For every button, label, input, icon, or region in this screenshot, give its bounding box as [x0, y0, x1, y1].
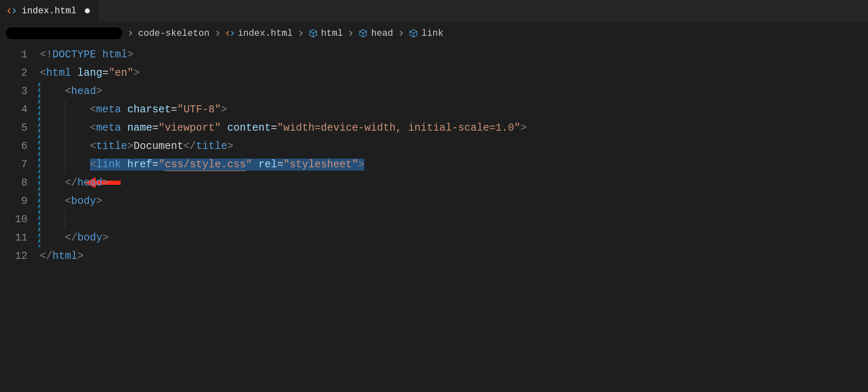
tab-index-html[interactable]: index.html	[0, 0, 99, 22]
symbol-module-icon	[309, 29, 318, 38]
line-number-gutter: 1 2 3 4 5 6 7 8 9 10 11 12	[0, 46, 40, 265]
unsaved-dot-icon	[85, 8, 90, 13]
code-line[interactable]: <title>Document</title>	[40, 137, 527, 156]
chevron-right-icon	[347, 30, 354, 37]
redacted-path	[6, 27, 122, 39]
code-line[interactable]	[40, 211, 527, 229]
chevron-right-icon	[214, 30, 221, 37]
code-line[interactable]: </html>	[40, 247, 527, 265]
crumb-symbol-head[interactable]: head	[359, 28, 393, 39]
breadcrumb: code-skeleton index.html html head	[0, 22, 868, 44]
code-editor[interactable]: 1 2 3 4 5 6 7 8 9 10 11 12 <!DOCTYPE htm…	[0, 44, 868, 265]
code-line-selected[interactable]: <link href="css/style.css" rel="styleshe…	[40, 156, 527, 174]
code-line[interactable]: <body>	[40, 192, 527, 211]
crumb-file[interactable]: index.html	[225, 28, 293, 39]
tab-label: index.html	[22, 6, 77, 16]
html-file-icon	[7, 6, 17, 16]
html-file-icon	[225, 29, 235, 38]
tab-bar: index.html	[0, 0, 868, 22]
code-line[interactable]: <meta charset="UTF-8">	[40, 101, 527, 119]
code-line[interactable]: <!DOCTYPE html>	[40, 46, 527, 64]
symbol-module-icon	[359, 29, 368, 38]
chevron-right-icon	[297, 30, 304, 37]
chevron-right-icon	[397, 30, 405, 37]
crumb-symbol-link[interactable]: link	[409, 28, 443, 39]
code-line[interactable]: <html lang="en">	[40, 64, 527, 82]
chevron-right-icon	[126, 30, 134, 37]
crumb-folder[interactable]: code-skeleton	[138, 28, 210, 39]
code-line[interactable]: </body>	[40, 229, 527, 247]
code-line[interactable]: </head>	[40, 174, 527, 192]
code-line[interactable]: <meta name="viewport" content="width=dev…	[40, 119, 527, 137]
code-content[interactable]: <!DOCTYPE html> <html lang="en"> <head> …	[40, 46, 527, 265]
symbol-module-icon	[409, 29, 418, 38]
crumb-symbol-html[interactable]: html	[309, 28, 343, 39]
code-line[interactable]: <head>	[40, 82, 527, 101]
